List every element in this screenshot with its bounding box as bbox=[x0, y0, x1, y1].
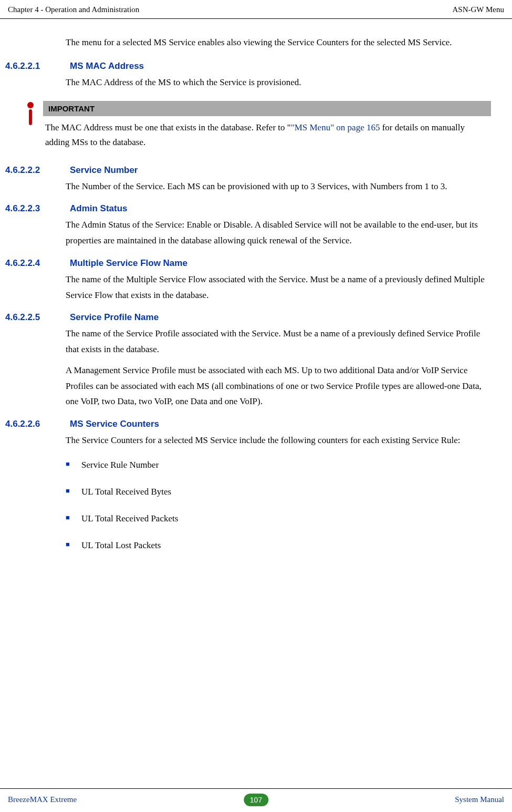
page-footer: BreezeMAX Extreme 107 System Manual bbox=[0, 788, 512, 804]
section-para: The Service Counters for a selected MS S… bbox=[66, 433, 491, 448]
important-icon bbox=[26, 102, 35, 127]
section-number: 4.6.2.2.6 bbox=[5, 419, 70, 429]
section-number: 4.6.2.2.3 bbox=[5, 203, 70, 214]
section-para: The MAC Address of the MS to which the S… bbox=[66, 75, 491, 90]
header-right: ASN-GW Menu bbox=[453, 5, 504, 14]
section-header: 4.6.2.2.4 Multiple Service Flow Name bbox=[5, 258, 491, 269]
section-body: The Service Counters for a selected MS S… bbox=[66, 433, 491, 448]
svg-point-0 bbox=[27, 102, 34, 108]
section-header: 4.6.2.2.1 MS MAC Address bbox=[5, 61, 491, 71]
section-body: The Number of the Service. Each MS can b… bbox=[66, 179, 491, 194]
section-title: MS Service Counters bbox=[70, 419, 159, 429]
important-body: The MAC Address must be one that exists … bbox=[43, 116, 491, 152]
section-para: The Admin Status of the Service: Enable … bbox=[66, 217, 491, 249]
section-number: 4.6.2.2.4 bbox=[5, 258, 70, 269]
footer-right: System Manual bbox=[455, 795, 504, 804]
page-header: Chapter 4 - Operation and Administration… bbox=[0, 0, 512, 19]
important-label: IMPORTANT bbox=[43, 101, 491, 116]
section-para: The name of the Multiple Service Flow as… bbox=[66, 272, 491, 303]
section-service-profile-name: 4.6.2.2.5 Service Profile Name The name … bbox=[5, 312, 491, 409]
important-callout: IMPORTANT The MAC Address must be one th… bbox=[26, 101, 491, 152]
important-link[interactable]: "MS Menu" on page 165 bbox=[291, 122, 380, 132]
section-admin-status: 4.6.2.2.3 Admin Status The Admin Status … bbox=[5, 203, 491, 249]
section-number: 4.6.2.2.5 bbox=[5, 312, 70, 323]
section-para: The Number of the Service. Each MS can b… bbox=[66, 179, 491, 194]
section-header: 4.6.2.2.2 Service Number bbox=[5, 165, 491, 176]
section-body: The Admin Status of the Service: Enable … bbox=[66, 217, 491, 249]
bullet-list: Service Rule Number UL Total Received By… bbox=[66, 458, 491, 553]
section-header: 4.6.2.2.6 MS Service Counters bbox=[5, 419, 491, 429]
section-ms-mac-address: 4.6.2.2.1 MS MAC Address The MAC Address… bbox=[5, 61, 491, 90]
section-title: Service Profile Name bbox=[70, 312, 159, 323]
footer-left: BreezeMAX Extreme bbox=[8, 795, 77, 804]
page-number: 107 bbox=[244, 794, 268, 806]
section-number: 4.6.2.2.2 bbox=[5, 165, 70, 176]
important-content: IMPORTANT The MAC Address must be one th… bbox=[43, 101, 491, 152]
list-item: Service Rule Number bbox=[66, 458, 491, 472]
section-header: 4.6.2.2.3 Admin Status bbox=[5, 203, 491, 214]
important-text-prefix: The MAC Address must be one that exists … bbox=[45, 122, 291, 132]
section-para: A Management Service Profile must be ass… bbox=[66, 363, 491, 409]
section-title: Admin Status bbox=[70, 203, 128, 214]
header-left: Chapter 4 - Operation and Administration bbox=[8, 5, 139, 14]
list-item: UL Total Received Bytes bbox=[66, 485, 491, 499]
section-body: The name of the Service Profile associat… bbox=[66, 326, 491, 409]
section-para: The name of the Service Profile associat… bbox=[66, 326, 491, 357]
section-body: The MAC Address of the MS to which the S… bbox=[66, 75, 491, 90]
section-body: The name of the Multiple Service Flow as… bbox=[66, 272, 491, 303]
intro-paragraph: The menu for a selected MS Service enabl… bbox=[66, 35, 491, 50]
page-content: The menu for a selected MS Service enabl… bbox=[0, 35, 512, 553]
section-service-number: 4.6.2.2.2 Service Number The Number of t… bbox=[5, 165, 491, 194]
section-header: 4.6.2.2.5 Service Profile Name bbox=[5, 312, 491, 323]
section-number: 4.6.2.2.1 bbox=[5, 61, 70, 71]
section-title: Service Number bbox=[70, 165, 138, 176]
svg-rect-1 bbox=[29, 109, 32, 125]
section-multiple-service-flow-name: 4.6.2.2.4 Multiple Service Flow Name The… bbox=[5, 258, 491, 303]
list-item: UL Total Lost Packets bbox=[66, 538, 491, 552]
footer-center: 107 bbox=[244, 794, 268, 806]
section-ms-service-counters: 4.6.2.2.6 MS Service Counters The Servic… bbox=[5, 419, 491, 448]
list-item: UL Total Received Packets bbox=[66, 511, 491, 526]
section-title: Multiple Service Flow Name bbox=[70, 258, 187, 269]
section-title: MS MAC Address bbox=[70, 61, 144, 71]
